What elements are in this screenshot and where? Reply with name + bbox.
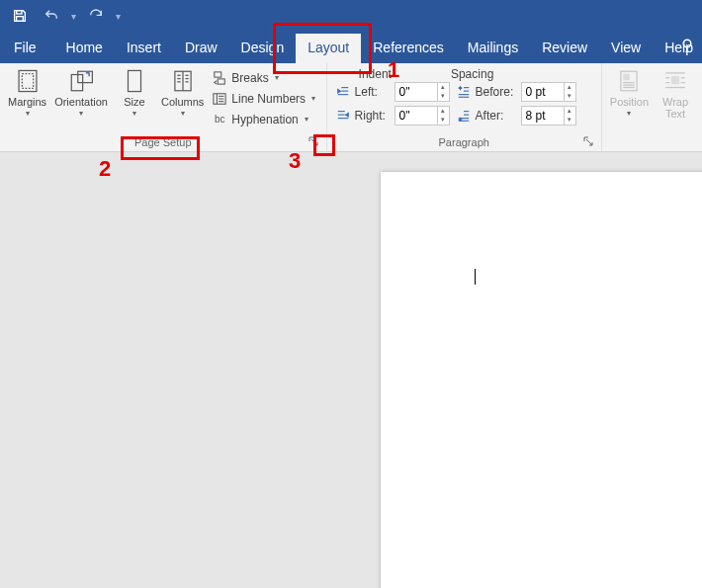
svg-rect-16 (215, 71, 221, 76)
breaks-icon (212, 70, 227, 86)
hyphenation-icon: bc (212, 112, 227, 127)
spinner-up-icon[interactable]: ▴ (565, 83, 575, 92)
group-arrange: Position ▾ Wrap Text (602, 63, 702, 151)
tell-me-icon[interactable] (678, 38, 696, 59)
chevron-down-icon: ▾ (311, 94, 315, 103)
group-label-paragraph: Paragraph (439, 136, 489, 148)
spacing-header: Spacing (451, 67, 493, 81)
indent-left-icon (335, 84, 351, 100)
group-paragraph: Indent Spacing Left: ▴▾ Right: (327, 63, 602, 151)
group-label-page-setup: Page Setup (134, 136, 192, 148)
tab-view[interactable]: View (599, 34, 653, 63)
chevron-down-icon: ▾ (79, 109, 83, 118)
tab-references[interactable]: References (361, 34, 456, 63)
orientation-button[interactable]: Orientation ▾ (50, 65, 112, 120)
position-button: Position ▾ (606, 65, 653, 120)
page-setup-dialog-launcher[interactable] (307, 134, 320, 148)
ribbon: Margins ▾ Orientation ▾ Size ▾ Columns ▾ (0, 63, 702, 152)
tab-layout[interactable]: Layout (296, 34, 361, 63)
hyphenation-button[interactable]: bc Hyphenation ▾ (210, 109, 317, 129)
tab-draw[interactable]: Draw (173, 34, 229, 63)
customize-qa-chevron-icon[interactable]: ▾ (114, 11, 123, 22)
quick-access-toolbar: ▾ ▾ (0, 0, 702, 32)
svg-rect-3 (19, 70, 37, 91)
svg-rect-0 (17, 11, 22, 14)
chevron-down-icon: ▾ (132, 109, 136, 118)
undo-button[interactable] (38, 2, 65, 30)
line-numbers-button[interactable]: Line Numbers ▾ (210, 88, 317, 109)
svg-rect-17 (219, 78, 225, 83)
spacing-before-icon (456, 84, 472, 100)
breaks-button[interactable]: Breaks ▾ (210, 67, 317, 88)
document-page[interactable] (381, 172, 702, 588)
position-icon (615, 67, 643, 95)
undo-chevron-icon[interactable]: ▾ (69, 11, 78, 22)
line-numbers-icon (212, 91, 227, 107)
tab-mailings[interactable]: Mailings (456, 34, 530, 63)
document-workspace[interactable] (0, 152, 702, 588)
margins-icon (14, 67, 42, 95)
tab-insert[interactable]: Insert (115, 34, 173, 63)
columns-button[interactable]: Columns ▾ (157, 65, 208, 120)
tab-review[interactable]: Review (530, 34, 599, 63)
svg-rect-6 (78, 71, 93, 82)
text-cursor (475, 269, 476, 285)
svg-rect-4 (22, 74, 33, 89)
svg-rect-42 (671, 76, 679, 84)
spinner-down-icon[interactable]: ▾ (438, 92, 449, 101)
spinner-down-icon[interactable]: ▾ (565, 92, 575, 101)
spinner-up-icon[interactable]: ▴ (438, 107, 449, 116)
redo-button[interactable] (82, 2, 110, 30)
chevron-down-icon: ▾ (181, 109, 185, 118)
paragraph-dialog-launcher[interactable] (581, 134, 595, 148)
spinner-down-icon[interactable]: ▾ (565, 116, 575, 125)
spacing-before-input[interactable]: ▴▾ (521, 82, 576, 102)
spinner-up-icon[interactable]: ▴ (565, 107, 575, 116)
chevron-down-icon: ▾ (275, 73, 279, 82)
svg-rect-7 (128, 70, 140, 91)
spinner-up-icon[interactable]: ▴ (438, 83, 449, 92)
tab-home[interactable]: Home (54, 34, 115, 63)
svg-point-2 (683, 40, 691, 47)
size-button[interactable]: Size ▾ (112, 65, 157, 120)
chevron-down-icon: ▾ (627, 109, 631, 118)
ribbon-tabs: File Home Insert Draw Design Layout Refe… (0, 32, 702, 63)
wrap-text-button: Wrap Text (653, 65, 698, 122)
indent-header: Indent (359, 67, 392, 81)
columns-icon (169, 67, 197, 95)
spinner-down-icon[interactable]: ▾ (438, 116, 449, 125)
spacing-after-icon (456, 108, 472, 124)
tab-design[interactable]: Design (229, 34, 297, 63)
size-icon (121, 67, 148, 95)
orientation-icon (67, 67, 95, 95)
svg-rect-38 (624, 74, 631, 81)
wrap-text-icon (661, 67, 689, 95)
indent-right-icon (335, 108, 351, 124)
tab-file[interactable]: File (0, 34, 54, 63)
margins-button[interactable]: Margins ▾ (4, 65, 50, 120)
indent-right-input[interactable]: ▴▾ (395, 106, 450, 126)
chevron-down-icon: ▾ (305, 115, 308, 124)
save-button[interactable] (6, 2, 34, 30)
group-page-setup: Margins ▾ Orientation ▾ Size ▾ Columns ▾ (0, 63, 327, 151)
spacing-after-input[interactable]: ▴▾ (521, 106, 576, 126)
indent-left-input[interactable]: ▴▾ (395, 82, 450, 102)
chevron-down-icon: ▾ (26, 109, 30, 118)
svg-rect-1 (17, 17, 24, 22)
